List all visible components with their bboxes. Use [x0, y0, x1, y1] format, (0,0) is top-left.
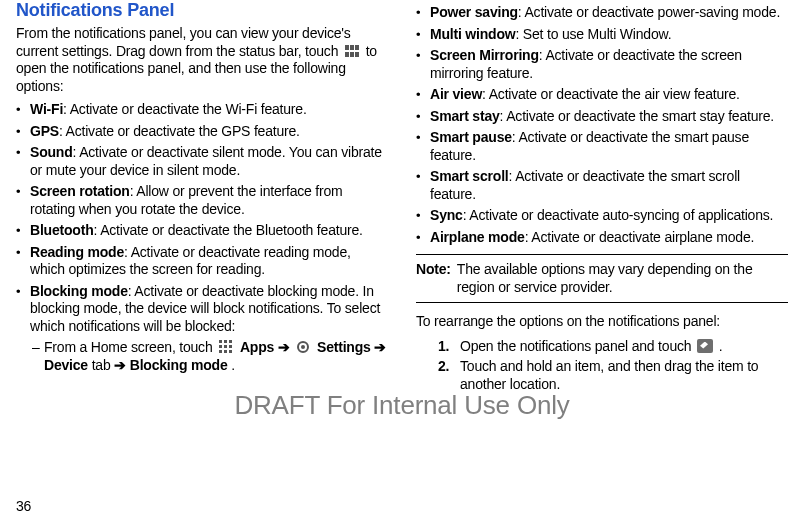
blocking-substep: – From a Home screen, touch Apps ➔ [32, 339, 388, 374]
term: Power saving [430, 4, 518, 20]
note-block: Note: The available options may vary dep… [416, 254, 788, 303]
svg-rect-6 [219, 340, 222, 343]
list-item: • Wi-Fi: Activate or deactivate the Wi-F… [16, 101, 388, 119]
step-number: 1. [438, 337, 460, 355]
svg-rect-14 [229, 350, 232, 353]
section-heading: Notifications Panel [16, 0, 388, 21]
desc: : Set to use Multi Window. [515, 26, 671, 42]
step-item: 2. Touch and hold an item, and then drag… [438, 357, 788, 393]
term: Reading mode [30, 244, 124, 260]
step-item: 1. Open the notifications panel and touc… [438, 337, 788, 355]
term: Sound [30, 144, 73, 160]
term: Wi-Fi [30, 101, 63, 117]
list-item: • Airplane mode: Activate or deactivate … [416, 229, 788, 247]
desc: : Activate or deactivate the GPS feature… [59, 123, 300, 139]
svg-rect-10 [224, 345, 227, 348]
page-number: 36 [16, 498, 31, 514]
term: Blocking mode [30, 283, 128, 299]
term: Screen Mirroring [430, 47, 539, 63]
term: Smart stay [430, 108, 500, 124]
note-text: The available options may vary depending… [457, 261, 788, 296]
list-item: • Multi window: Set to use Multi Window. [416, 26, 788, 44]
svg-rect-11 [229, 345, 232, 348]
svg-rect-7 [224, 340, 227, 343]
list-item: • Smart stay: Activate or deactivate the… [416, 108, 788, 126]
desc: : Activate or deactivate silent mode. Yo… [30, 144, 382, 178]
list-item: • Power saving: Activate or deactivate p… [416, 4, 788, 22]
desc: : Activate or deactivate the air view fe… [482, 86, 740, 102]
settings-gear-icon [295, 340, 311, 354]
term: Airplane mode [430, 229, 525, 245]
period: . [231, 357, 235, 373]
right-bullet-list: • Power saving: Activate or deactivate p… [416, 4, 788, 246]
left-bullet-list: • Wi-Fi: Activate or deactivate the Wi-F… [16, 101, 388, 374]
edit-pencil-icon [697, 339, 713, 353]
arrow-icon: ➔ [114, 357, 130, 373]
step-number: 2. [438, 357, 460, 393]
list-item: • Blocking mode: Activate or deactivate … [16, 283, 388, 336]
substep-text: From a Home screen, touch [44, 339, 216, 355]
desc: : Activate or deactivate airplane mode. [525, 229, 755, 245]
desc: : Activate or deactivate the Wi-Fi featu… [63, 101, 307, 117]
list-item: • Smart pause: Activate or deactivate th… [416, 129, 788, 164]
left-column: Notifications Panel From the notificatio… [16, 0, 388, 395]
svg-rect-13 [224, 350, 227, 353]
desc: : Activate or deactivate the smart stay … [500, 108, 774, 124]
list-item: • Reading mode: Activate or deactivate r… [16, 244, 388, 279]
note-rule-bottom [416, 302, 788, 303]
arrow-icon: ➔ [374, 339, 386, 355]
svg-rect-2 [355, 45, 359, 50]
term: Smart scroll [430, 168, 509, 184]
apps-grid-icon [218, 340, 234, 354]
term: Screen rotation [30, 183, 130, 199]
term: Sync [430, 207, 463, 223]
step-text-post: . [719, 338, 723, 354]
list-item: • Screen Mirroring: Activate or deactiva… [416, 47, 788, 82]
list-item: • Smart scroll: Activate or deactivate t… [416, 168, 788, 203]
right-column: • Power saving: Activate or deactivate p… [416, 0, 788, 395]
svg-rect-8 [229, 340, 232, 343]
list-item: • GPS: Activate or deactivate the GPS fe… [16, 123, 388, 141]
list-item: • Air view: Activate or deactivate the a… [416, 86, 788, 104]
svg-rect-12 [219, 350, 222, 353]
term: GPS [30, 123, 59, 139]
quick-panel-grid-icon [344, 44, 360, 58]
settings-label: Settings [317, 339, 371, 355]
svg-rect-3 [345, 52, 349, 57]
svg-rect-9 [219, 345, 222, 348]
note-rule-top [416, 254, 788, 255]
desc: : Activate or deactivate auto-syncing of… [463, 207, 774, 223]
list-item: • Sync: Activate or deactivate auto-sync… [416, 207, 788, 225]
term: Bluetooth [30, 222, 94, 238]
tab-word: tab [92, 357, 115, 373]
list-item: • Bluetooth: Activate or deactivate the … [16, 222, 388, 240]
desc: : Activate or deactivate the Bluetooth f… [94, 222, 363, 238]
apps-label: Apps [240, 339, 274, 355]
arrow-icon: ➔ [278, 339, 294, 355]
step-text: Touch and hold an item, and then drag th… [460, 357, 788, 393]
note-label: Note: [416, 261, 451, 296]
svg-rect-4 [350, 52, 354, 57]
list-item: • Sound: Activate or deactivate silent m… [16, 144, 388, 179]
intro-text-1: From the notifications panel, you can vi… [16, 25, 351, 59]
list-item: • Screen rotation: Allow or prevent the … [16, 183, 388, 218]
intro-paragraph: From the notifications panel, you can vi… [16, 25, 388, 95]
svg-rect-1 [350, 45, 354, 50]
blocking-mode-label: Blocking mode [130, 357, 228, 373]
device-label: Device [44, 357, 88, 373]
step-text: Open the notifications panel and touch [460, 338, 695, 354]
rearrange-intro: To rearrange the options on the notifica… [416, 313, 788, 331]
term: Air view [430, 86, 482, 102]
term: Multi window [430, 26, 515, 42]
svg-rect-0 [345, 45, 349, 50]
term: Smart pause [430, 129, 512, 145]
svg-point-16 [301, 345, 305, 349]
desc: : Activate or deactivate power-saving mo… [518, 4, 780, 20]
svg-rect-5 [355, 52, 359, 57]
